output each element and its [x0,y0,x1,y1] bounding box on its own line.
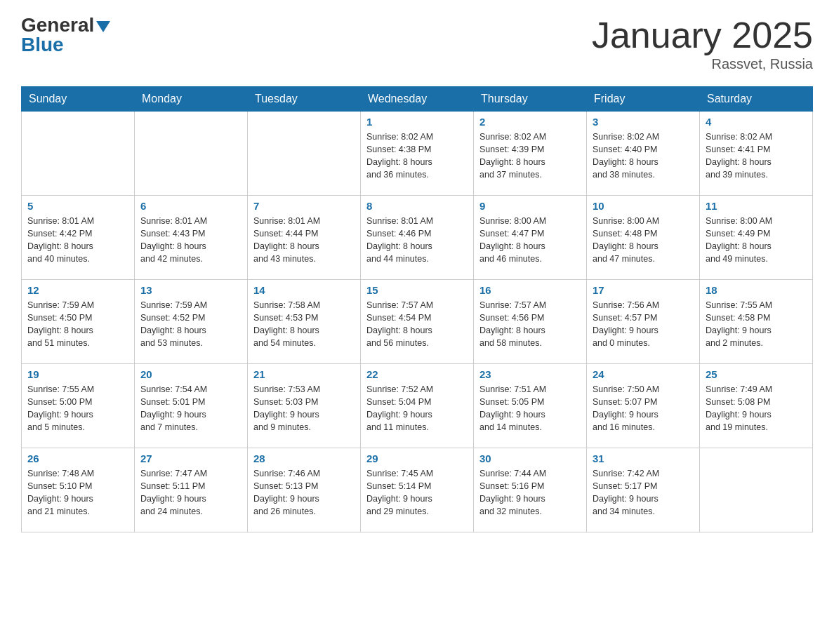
calendar-cell [22,112,135,196]
day-header-thursday: Thursday [474,87,587,112]
calendar-cell: 1Sunrise: 8:02 AM Sunset: 4:38 PM Daylig… [361,112,474,196]
day-info: Sunrise: 8:00 AM Sunset: 4:49 PM Dayligh… [706,215,807,266]
day-number: 19 [27,368,128,380]
calendar-week-row: 12Sunrise: 7:59 AM Sunset: 4:50 PM Dayli… [22,280,813,364]
day-header-sunday: Sunday [22,87,135,112]
day-number: 28 [253,452,355,464]
calendar-cell: 24Sunrise: 7:50 AM Sunset: 5:07 PM Dayli… [587,364,700,448]
day-number: 24 [593,368,694,380]
calendar-cell: 21Sunrise: 7:53 AM Sunset: 5:03 PM Dayli… [248,364,361,448]
calendar-cell: 16Sunrise: 7:57 AM Sunset: 4:56 PM Dayli… [474,280,587,364]
calendar-cell: 13Sunrise: 7:59 AM Sunset: 4:52 PM Dayli… [135,280,248,364]
calendar-cell: 9Sunrise: 8:00 AM Sunset: 4:47 PM Daylig… [474,196,587,280]
logo-triangle-icon [96,21,110,32]
day-info: Sunrise: 7:47 AM Sunset: 5:11 PM Dayligh… [140,467,241,518]
day-info: Sunrise: 8:00 AM Sunset: 4:48 PM Dayligh… [593,215,694,266]
calendar-cell [700,448,813,532]
day-info: Sunrise: 7:58 AM Sunset: 4:53 PM Dayligh… [253,299,355,350]
title-block: January 2025 Rassvet, Russia [592,14,813,72]
day-info: Sunrise: 7:42 AM Sunset: 5:17 PM Dayligh… [593,467,694,518]
day-number: 4 [706,116,807,128]
day-info: Sunrise: 8:01 AM Sunset: 4:46 PM Dayligh… [366,215,468,266]
calendar-cell: 20Sunrise: 7:54 AM Sunset: 5:01 PM Dayli… [135,364,248,448]
day-info: Sunrise: 7:50 AM Sunset: 5:07 PM Dayligh… [593,383,694,434]
calendar-cell: 14Sunrise: 7:58 AM Sunset: 4:53 PM Dayli… [248,280,361,364]
day-info: Sunrise: 8:02 AM Sunset: 4:41 PM Dayligh… [706,130,807,182]
day-number: 2 [479,116,581,128]
logo-blue-text: Blue [21,34,64,56]
day-number: 13 [140,284,241,296]
calendar-cell: 8Sunrise: 8:01 AM Sunset: 4:46 PM Daylig… [361,196,474,280]
calendar-cell: 3Sunrise: 8:02 AM Sunset: 4:40 PM Daylig… [587,112,700,196]
calendar-cell [248,112,361,196]
calendar-cell: 18Sunrise: 7:55 AM Sunset: 4:58 PM Dayli… [700,280,813,364]
calendar-cell: 10Sunrise: 8:00 AM Sunset: 4:48 PM Dayli… [587,196,700,280]
day-info: Sunrise: 7:59 AM Sunset: 4:50 PM Dayligh… [27,299,128,350]
day-info: Sunrise: 7:57 AM Sunset: 4:56 PM Dayligh… [479,299,581,350]
day-number: 11 [706,200,807,212]
day-number: 26 [27,452,128,464]
day-number: 8 [366,200,468,212]
day-number: 5 [27,200,128,212]
calendar-cell: 4Sunrise: 8:02 AM Sunset: 4:41 PM Daylig… [700,112,813,196]
calendar-cell: 31Sunrise: 7:42 AM Sunset: 5:17 PM Dayli… [587,448,700,532]
day-number: 3 [593,116,694,128]
calendar-title: January 2025 [592,14,813,56]
calendar-cell: 30Sunrise: 7:44 AM Sunset: 5:16 PM Dayli… [474,448,587,532]
day-info: Sunrise: 7:48 AM Sunset: 5:10 PM Dayligh… [27,467,128,518]
calendar-cell: 5Sunrise: 8:01 AM Sunset: 4:42 PM Daylig… [22,196,135,280]
day-number: 6 [140,200,241,212]
calendar-week-row: 1Sunrise: 8:02 AM Sunset: 4:38 PM Daylig… [22,112,813,196]
day-number: 7 [253,200,355,212]
calendar-cell [135,112,248,196]
day-number: 27 [140,452,241,464]
page-header: General Blue January 2025 Rassvet, Russi… [21,14,813,72]
calendar-cell: 17Sunrise: 7:56 AM Sunset: 4:57 PM Dayli… [587,280,700,364]
day-header-saturday: Saturday [700,87,813,112]
calendar-cell: 11Sunrise: 8:00 AM Sunset: 4:49 PM Dayli… [700,196,813,280]
day-info: Sunrise: 8:01 AM Sunset: 4:43 PM Dayligh… [140,215,241,266]
day-number: 30 [479,452,581,464]
calendar-cell: 28Sunrise: 7:46 AM Sunset: 5:13 PM Dayli… [248,448,361,532]
calendar-table: SundayMondayTuesdayWednesdayThursdayFrid… [21,86,813,532]
day-info: Sunrise: 8:02 AM Sunset: 4:38 PM Dayligh… [366,130,468,182]
day-info: Sunrise: 7:56 AM Sunset: 4:57 PM Dayligh… [593,299,694,350]
day-info: Sunrise: 8:02 AM Sunset: 4:40 PM Dayligh… [593,130,694,182]
calendar-cell: 6Sunrise: 8:01 AM Sunset: 4:43 PM Daylig… [135,196,248,280]
day-number: 29 [366,452,468,464]
day-number: 31 [593,452,694,464]
day-info: Sunrise: 7:53 AM Sunset: 5:03 PM Dayligh… [253,383,355,434]
day-info: Sunrise: 7:52 AM Sunset: 5:04 PM Dayligh… [366,383,468,434]
day-number: 22 [366,368,468,380]
calendar-cell: 29Sunrise: 7:45 AM Sunset: 5:14 PM Dayli… [361,448,474,532]
day-info: Sunrise: 7:55 AM Sunset: 5:00 PM Dayligh… [27,383,128,434]
day-header-monday: Monday [135,87,248,112]
day-info: Sunrise: 7:51 AM Sunset: 5:05 PM Dayligh… [479,383,581,434]
day-info: Sunrise: 7:44 AM Sunset: 5:16 PM Dayligh… [479,467,581,518]
day-number: 25 [706,368,807,380]
calendar-cell: 27Sunrise: 7:47 AM Sunset: 5:11 PM Dayli… [135,448,248,532]
day-info: Sunrise: 8:00 AM Sunset: 4:47 PM Dayligh… [479,215,581,266]
calendar-cell: 22Sunrise: 7:52 AM Sunset: 5:04 PM Dayli… [361,364,474,448]
day-info: Sunrise: 8:01 AM Sunset: 4:44 PM Dayligh… [253,215,355,266]
calendar-cell: 15Sunrise: 7:57 AM Sunset: 4:54 PM Dayli… [361,280,474,364]
day-info: Sunrise: 7:54 AM Sunset: 5:01 PM Dayligh… [140,383,241,434]
day-number: 17 [593,284,694,296]
day-number: 21 [253,368,355,380]
day-number: 1 [366,116,468,128]
day-number: 18 [706,284,807,296]
calendar-cell: 26Sunrise: 7:48 AM Sunset: 5:10 PM Dayli… [22,448,135,532]
day-number: 15 [366,284,468,296]
day-info: Sunrise: 7:57 AM Sunset: 4:54 PM Dayligh… [366,299,468,350]
day-number: 14 [253,284,355,296]
day-info: Sunrise: 7:45 AM Sunset: 5:14 PM Dayligh… [366,467,468,518]
calendar-week-row: 5Sunrise: 8:01 AM Sunset: 4:42 PM Daylig… [22,196,813,280]
day-info: Sunrise: 7:55 AM Sunset: 4:58 PM Dayligh… [706,299,807,350]
day-info: Sunrise: 8:02 AM Sunset: 4:39 PM Dayligh… [479,130,581,182]
location-text: Rassvet, Russia [592,56,813,72]
day-info: Sunrise: 7:49 AM Sunset: 5:08 PM Dayligh… [706,383,807,434]
day-info: Sunrise: 8:01 AM Sunset: 4:42 PM Dayligh… [27,215,128,266]
day-number: 20 [140,368,241,380]
day-number: 10 [593,200,694,212]
calendar-cell: 25Sunrise: 7:49 AM Sunset: 5:08 PM Dayli… [700,364,813,448]
